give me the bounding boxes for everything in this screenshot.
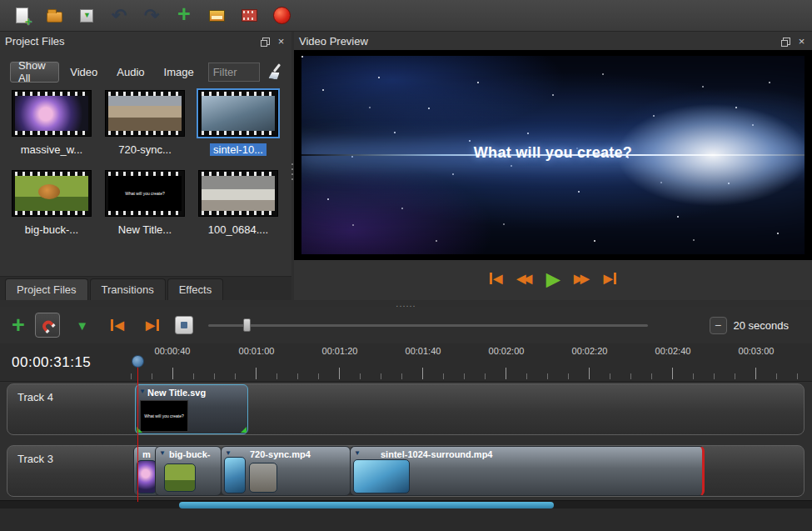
scrollbar-thumb[interactable]: [179, 502, 554, 508]
new-project-button[interactable]: [10, 4, 33, 28]
clear-filter-icon[interactable]: [267, 63, 281, 80]
track-row-4[interactable]: Track 4: [7, 383, 805, 435]
ruler-label: 00:01:20: [311, 346, 369, 356]
redo-icon: ↷: [144, 7, 159, 25]
float-icon: [783, 38, 790, 45]
clip-720-sync[interactable]: ▼ 720-sync.mp4: [221, 446, 351, 496]
clip-menu-icon[interactable]: ▼: [354, 449, 361, 457]
video-overlay-text: What will you create?: [301, 144, 805, 162]
clip-menu-icon[interactable]: ▼: [225, 449, 232, 457]
clip-sintel[interactable]: ▼ sintel-1024-surround.mp4: [350, 446, 705, 496]
profile-icon: [209, 10, 225, 22]
undo-icon: ↶: [112, 7, 127, 25]
close-panel-button[interactable]: ×: [276, 36, 286, 47]
clip-label: 720-sync.mp4: [250, 449, 311, 459]
ruler-label: 00:02:20: [560, 346, 619, 356]
clip-thumbnail: [164, 463, 196, 492]
project-files-titlebar: Project Files ×: [0, 32, 291, 50]
video-preview-titlebar: Video Preview ×: [294, 32, 812, 50]
zoom-out-button[interactable]: −: [710, 317, 727, 334]
main-toolbar: ↶ ↷ +: [0, 0, 812, 32]
current-time-display: 00:00:31:15: [12, 354, 91, 371]
clip-label: sintel-1024-surround.mp4: [381, 449, 492, 459]
clip-big-buck[interactable]: ▼ big-buck-: [155, 446, 222, 496]
save-project-button[interactable]: [75, 4, 98, 28]
import-files-button[interactable]: +: [172, 4, 196, 28]
file-item-new-title[interactable]: What will you create? New Title...: [100, 170, 190, 243]
redo-button[interactable]: ↷: [140, 4, 163, 28]
center-on-playhead-button[interactable]: [175, 316, 193, 334]
add-marker-button[interactable]: ▼: [70, 313, 95, 338]
timeline-scrollbar[interactable]: [0, 500, 812, 508]
preview-stage: What will you create?: [294, 50, 812, 260]
video-preview-panel: Video Preview × What will you create? ◀ …: [294, 32, 812, 300]
clip-label: New Title.svg: [147, 388, 206, 398]
fast-forward-button[interactable]: ▶▶: [574, 273, 590, 284]
star-field: [301, 56, 303, 58]
filter-image-button[interactable]: Image: [156, 62, 202, 83]
file-item-massive[interactable]: massive_w...: [7, 90, 97, 163]
playhead-marker[interactable]: [132, 355, 144, 368]
previous-marker-icon: ◀: [111, 319, 124, 331]
project-files-panel: Project Files × Show All Video Audio Ima…: [0, 32, 291, 300]
file-item-100-0684[interactable]: 100_0684....: [193, 170, 283, 243]
film-strip-icon: [242, 9, 257, 22]
jump-to-start-button[interactable]: ◀: [490, 273, 503, 284]
add-track-button[interactable]: +: [12, 314, 25, 337]
clip-label: big-buck-: [169, 449, 211, 459]
undo-button[interactable]: ↶: [107, 4, 131, 28]
clip-handle-icon: [241, 427, 247, 433]
file-thumbnail: [198, 170, 278, 217]
filter-audio-button[interactable]: Audio: [108, 62, 152, 83]
export-video-button[interactable]: [270, 4, 293, 28]
snapping-toggle[interactable]: [35, 313, 60, 338]
title-thumb-text: What will you create?: [125, 191, 165, 196]
ruler-label: 00:00:40: [143, 346, 202, 356]
close-panel-button[interactable]: ×: [796, 36, 807, 47]
video-canvas: What will you create?: [301, 56, 805, 254]
zoom-slider-handle[interactable]: [243, 318, 251, 332]
zoom-slider[interactable]: [208, 317, 648, 333]
track-name: Track 4: [17, 391, 53, 403]
choose-profile-button[interactable]: [205, 4, 228, 28]
project-files-grid: massive_w... 720-sync... sintel-10... bi…: [5, 88, 286, 248]
timeline-ruler[interactable]: 00:00:31:15 00:00:40 00:01:00 00:01:20 0…: [0, 343, 812, 382]
file-label: 100_0684....: [208, 223, 268, 236]
previous-marker-button[interactable]: ◀: [105, 313, 130, 338]
file-label: New Title...: [118, 223, 172, 236]
horizontal-splitter[interactable]: ......: [0, 297, 812, 307]
file-item-720sync[interactable]: 720-sync...: [100, 90, 190, 163]
file-label: massive_w...: [21, 143, 82, 156]
timeline-toolbar: + ▼ ◀ ▶ − 20 seconds: [0, 309, 812, 341]
file-item-bigbuck[interactable]: big-buck-...: [7, 170, 97, 243]
ruler-label: 00:01:00: [227, 346, 286, 356]
timeline-footer: [0, 508, 812, 531]
file-item-sintel[interactable]: sintel-10...: [193, 90, 283, 163]
fullscreen-button[interactable]: [237, 4, 261, 28]
filter-video-button[interactable]: Video: [62, 62, 106, 83]
ruler-major-ticks: [172, 368, 812, 379]
rewind-button[interactable]: ◀◀: [516, 273, 532, 284]
jump-to-end-button[interactable]: ▶: [604, 273, 617, 284]
clip-thumbnail: [249, 463, 277, 493]
clip-menu-icon[interactable]: ▼: [139, 388, 146, 395]
track-name: Track 3: [17, 453, 53, 465]
next-marker-button[interactable]: ▶: [140, 313, 165, 338]
playhead-line: [137, 367, 138, 502]
filter-show-all-button[interactable]: Show All: [10, 62, 59, 83]
clip-thumbnail: What will you create?: [140, 400, 188, 432]
ruler-label: 00:02:00: [477, 346, 536, 356]
float-icon: [262, 38, 270, 45]
open-project-button[interactable]: [42, 4, 66, 28]
record-circle-icon: [273, 7, 291, 24]
clip-menu-icon[interactable]: ▼: [159, 449, 166, 457]
clip-thumbnail: [137, 460, 157, 493]
float-panel-button[interactable]: [781, 36, 792, 47]
play-button[interactable]: ▶: [546, 270, 560, 288]
clip-new-title[interactable]: ▼ New Title.svg What will you create?: [135, 384, 248, 434]
zoom-readout: − 20 seconds: [710, 317, 801, 334]
app-window: ↶ ↷ + Project Files × Show All Video Aud…: [0, 0, 812, 531]
float-panel-button[interactable]: [261, 36, 271, 47]
zoom-level-label: 20 seconds: [734, 319, 790, 332]
filter-input[interactable]: [208, 63, 260, 82]
